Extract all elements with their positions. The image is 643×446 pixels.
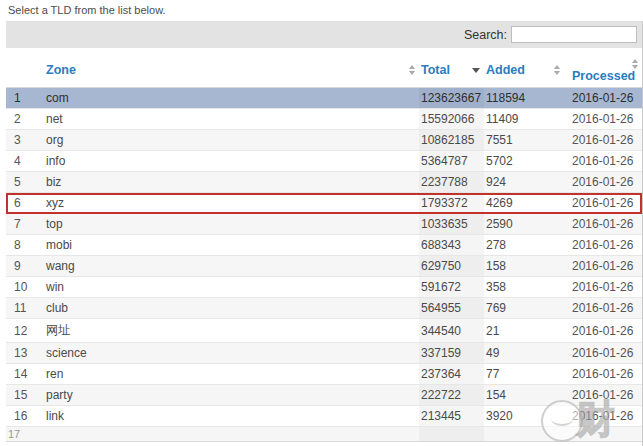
table-row-wangzhi[interactable]: 12 网址 344540 21 2016-01-26 <box>6 319 642 343</box>
row-index: 9 <box>6 256 44 277</box>
added-cell: 4269 <box>484 193 564 214</box>
zone-cell: top <box>44 214 419 235</box>
total-cell: 123623667 <box>419 88 484 109</box>
row-index: 1 <box>6 88 44 109</box>
added-cell: 21 <box>484 319 564 343</box>
column-header-total-label: Total <box>421 63 450 77</box>
added-cell: 118594 <box>484 88 564 109</box>
zone-cell: mobi <box>44 235 419 256</box>
row-index: 12 <box>6 319 44 343</box>
column-header-added[interactable]: Added <box>484 53 564 88</box>
zone-cell: link <box>44 406 419 427</box>
added-cell: 77 <box>484 364 564 385</box>
processed-cell: 2016-01-26 <box>564 298 642 319</box>
total-cell <box>419 427 484 442</box>
total-cell: 629750 <box>419 256 484 277</box>
processed-cell: 2016-01-26 <box>564 88 642 109</box>
table-row-link[interactable]: 16 link 213445 3920 2016-01-26 <box>6 406 642 427</box>
total-cell: 564955 <box>419 298 484 319</box>
zone-cell: biz <box>44 172 419 193</box>
footer-processed-label: Processed <box>564 442 642 446</box>
processed-cell: 2016-01-26 <box>564 172 642 193</box>
header-row: Zone Total Added Processed <box>6 53 642 88</box>
added-cell: 3920 <box>484 406 564 427</box>
total-cell: 2237788 <box>419 172 484 193</box>
row-index: 10 <box>6 277 44 298</box>
zone-cell: ren <box>44 364 419 385</box>
row-index: 2 <box>6 109 44 130</box>
processed-cell: 2016-01-26 <box>564 277 642 298</box>
processed-cell: 2016-01-26 <box>564 385 642 406</box>
table-row-com[interactable]: 1 com 123623667 118594 2016-01-26 <box>6 88 642 109</box>
column-header-processed-label: Processed <box>572 69 635 83</box>
table-row-top[interactable]: 7 top 1033635 2590 2016-01-26 <box>6 214 642 235</box>
processed-cell: 2016-01-26 <box>564 151 642 172</box>
processed-cell: 2016-01-26 <box>564 364 642 385</box>
total-cell: 10862185 <box>419 130 484 151</box>
footer-index-cell <box>6 442 44 446</box>
table-row-org[interactable]: 3 org 10862185 7551 2016-01-26 <box>6 130 642 151</box>
zone-cell: org <box>44 130 419 151</box>
table-row-net[interactable]: 2 net 15592066 11409 2016-01-26 <box>6 109 642 130</box>
added-cell: 154 <box>484 385 564 406</box>
search-input[interactable] <box>511 26 637 43</box>
added-cell: 11409 <box>484 109 564 130</box>
row-index: 13 <box>6 343 44 364</box>
processed-cell <box>564 427 642 442</box>
added-cell: 49 <box>484 343 564 364</box>
sort-desc-icon <box>472 68 480 73</box>
tld-table-widget: Search: Zone Total <box>6 21 643 446</box>
added-cell: 2590 <box>484 214 564 235</box>
column-header-processed[interactable]: Processed <box>564 53 642 88</box>
table-row-club[interactable]: 11 club 564955 769 2016-01-26 <box>6 298 642 319</box>
added-cell: 278 <box>484 235 564 256</box>
table-toolbar: Search: <box>6 21 642 48</box>
processed-cell: 2016-01-26 <box>564 319 642 343</box>
processed-cell: 2016-01-26 <box>564 214 642 235</box>
table-row-win[interactable]: 10 win 591672 358 2016-01-26 <box>6 277 642 298</box>
column-header-index[interactable] <box>6 53 44 88</box>
total-cell: 1033635 <box>419 214 484 235</box>
table-row-ren[interactable]: 14 ren 237364 77 2016-01-26 <box>6 364 642 385</box>
zone-cell: science <box>44 343 419 364</box>
column-header-total[interactable]: Total <box>419 53 484 88</box>
zone-cell: wang <box>44 256 419 277</box>
row-index: 6 <box>6 193 44 214</box>
table-row-partial[interactable]: 17 <box>6 427 642 442</box>
total-cell: 591672 <box>419 277 484 298</box>
table-row-info[interactable]: 4 info 5364787 5702 2016-01-26 <box>6 151 642 172</box>
zone-cell: com <box>44 88 419 109</box>
added-cell: 769 <box>484 298 564 319</box>
zone-cell: xyz <box>44 193 419 214</box>
footer-zone-filter-cell <box>44 442 419 446</box>
table-row-science[interactable]: 13 science 337159 49 2016-01-26 <box>6 343 642 364</box>
added-cell: 924 <box>484 172 564 193</box>
total-cell: 237364 <box>419 364 484 385</box>
row-index: 7 <box>6 214 44 235</box>
column-header-zone[interactable]: Zone <box>44 53 419 88</box>
table-row-wang[interactable]: 9 wang 629750 158 2016-01-26 <box>6 256 642 277</box>
table-row-biz[interactable]: 5 biz 2237788 924 2016-01-26 <box>6 172 642 193</box>
column-header-added-label: Added <box>486 63 525 77</box>
row-index: 14 <box>6 364 44 385</box>
processed-cell: 2016-01-26 <box>564 109 642 130</box>
sort-both-icon <box>632 59 638 69</box>
footer-total-label: Total <box>419 442 484 446</box>
zone-cell: info <box>44 151 419 172</box>
added-cell <box>484 427 564 442</box>
tld-table-page: Select a TLD from the list below. Search… <box>0 0 643 446</box>
processed-cell: 2016-01-26 <box>564 130 642 151</box>
zone-cell: net <box>44 109 419 130</box>
zone-cell: party <box>44 385 419 406</box>
total-cell: 5364787 <box>419 151 484 172</box>
table-row-mobi[interactable]: 8 mobi 688343 278 2016-01-26 <box>6 235 642 256</box>
table-row-xyz-highlighted[interactable]: 6 xyz 1793372 4269 2016-01-26 <box>6 193 642 214</box>
table-row-party[interactable]: 15 party 222722 154 2016-01-26 <box>6 385 642 406</box>
column-header-zone-label: Zone <box>46 63 76 77</box>
processed-cell: 2016-01-26 <box>564 256 642 277</box>
row-index: 11 <box>6 298 44 319</box>
total-cell: 337159 <box>419 343 484 364</box>
processed-cell: 2016-01-26 <box>564 406 642 427</box>
total-cell: 213445 <box>419 406 484 427</box>
row-index: 4 <box>6 151 44 172</box>
